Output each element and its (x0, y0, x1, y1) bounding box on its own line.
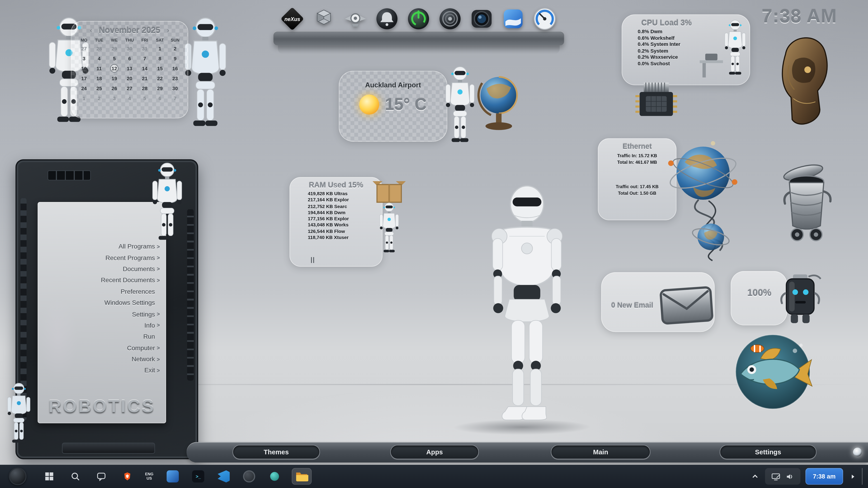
start-menu-item-recent-programs[interactable]: Recent Programs > (38, 252, 162, 263)
dock-icon-power[interactable] (406, 6, 431, 31)
app-terminal-button[interactable]: >_ (190, 468, 206, 485)
start-menu-item-info[interactable]: Info > (38, 320, 162, 331)
dock-icon-winged-emblem[interactable] (343, 6, 368, 31)
menu-item-label: Recent Programs (105, 254, 155, 261)
main-button[interactable]: Main (551, 445, 651, 459)
calendar-grid: 27 28 29 30 31 1 2 3 4 5 6 7 8 9 10 11 1… (76, 43, 183, 103)
menu-item-label: Computer (127, 345, 155, 351)
file-explorer-button[interactable] (292, 468, 312, 485)
panel-vents-decoration (48, 170, 91, 180)
themes-button[interactable]: Themes (232, 445, 320, 459)
taskbar-clock[interactable]: 7:38 am (805, 468, 843, 485)
calendar-day: 7 (137, 54, 152, 64)
language-region: US (147, 477, 152, 481)
dock-icon-widgets-stack[interactable] (312, 6, 336, 31)
dock-icon-gauge[interactable] (532, 6, 557, 31)
app-browser-button[interactable] (241, 468, 257, 485)
start-menu-item-all-programs[interactable]: All Programs > (38, 240, 162, 252)
chevron-right-icon: > (155, 345, 162, 351)
calendar-day: 19 (107, 74, 122, 84)
cpu-title: CPU Load 3% (622, 18, 750, 27)
calendar-widget: ‹ November 2025 › MO TUE WE THU FRI SAT … (71, 21, 188, 119)
robotics-brand-text: ROBOTICS (38, 396, 166, 417)
app-vscode-button[interactable] (215, 468, 232, 485)
email-envelope-icon[interactable] (656, 276, 717, 332)
system-tray[interactable] (765, 468, 800, 485)
calendar-day: 6 (152, 94, 167, 103)
hidden-icons-chevron[interactable] (750, 468, 760, 485)
ram-process: 212,752 KB Searc (308, 203, 383, 210)
start-menu-panel: All Programs > Recent Programs > Documen… (16, 159, 198, 459)
calendar-day: 5 (137, 94, 152, 103)
cast-display-icon (771, 472, 780, 481)
menu-item-label: Run (143, 333, 155, 340)
ethernet-widget: Ethernet Traffic In: 15.72 KB Total In: … (598, 138, 677, 220)
start-menu-item-preferences[interactable]: Preferences (38, 286, 162, 297)
calendar-day: 21 (137, 74, 152, 84)
calendar-day: 28 (137, 84, 152, 94)
dock-icon-speaker[interactable] (438, 6, 462, 31)
calendar-day: 18 (92, 74, 107, 84)
email-count-label: 0 New Email (611, 301, 653, 309)
dock-icon-windows[interactable] (501, 6, 525, 31)
start-menu-item-network[interactable]: Network > (38, 354, 162, 365)
calendar-day: 15 (152, 64, 167, 74)
start-button[interactable] (41, 468, 57, 485)
settings-button[interactable]: Settings (720, 445, 817, 459)
calendar-next-button[interactable]: › (167, 26, 169, 34)
start-menu-item-computer[interactable]: Computer > (38, 342, 162, 354)
calendar-title: November 2025 (99, 26, 160, 35)
language-switcher[interactable]: ENG US (145, 472, 153, 481)
chevron-right-icon: > (155, 266, 162, 272)
chevron-right-icon: > (155, 367, 162, 373)
menu-item-label: All Programs (119, 243, 155, 250)
panel-right-circuit-decoration (187, 209, 194, 381)
ethernet-title: Ethernet (598, 142, 677, 151)
top-dock: neXus (274, 5, 564, 56)
weather-temperature: 15° C (385, 95, 427, 114)
robot-floor-shadow (450, 419, 594, 435)
start-menu-item-run[interactable]: Run (38, 331, 162, 342)
cpu-process-list: 0.8% Dwm 0.6% Workshelf 0.4% System Inte… (622, 29, 750, 67)
menu-item-label: Settings (132, 311, 155, 317)
search-button[interactable] (67, 468, 84, 485)
ram-pause-control[interactable]: || (311, 256, 315, 263)
start-menu-item-exit[interactable]: Exit > (38, 365, 162, 376)
dock-icon-nexus[interactable]: neXus (280, 6, 305, 31)
dock-orb-button[interactable] (9, 467, 26, 485)
dock-icon-bell[interactable] (375, 6, 399, 31)
fish-badge-icon[interactable] (728, 331, 817, 414)
brave-browser-button[interactable] (119, 468, 135, 485)
start-menu-item-settings[interactable]: Settings > (38, 308, 162, 320)
calendar-day: 9 (167, 54, 183, 64)
app-teal-button[interactable] (266, 468, 283, 485)
weekday-label: WE (107, 38, 122, 43)
cpu-process: 0.2% System (638, 48, 750, 54)
weekday-label: FRI (137, 38, 152, 43)
show-desktop-button[interactable] (862, 468, 864, 485)
ethernet-total-out: Total Out: 1.50 GB (598, 190, 677, 197)
chat-button[interactable] (93, 468, 110, 485)
ethernet-total-in: Total In: 461.67 MB (598, 159, 677, 166)
start-menu-item-recent-documents[interactable]: Recent Documents > (38, 274, 162, 286)
weekday-label: TUE (92, 38, 107, 43)
start-menu-item-windows-settings[interactable]: Windows Settings (38, 297, 162, 308)
dock-icon-camera[interactable] (469, 6, 494, 31)
ethernet-traffic-in: Traffic In: 15.72 KB (598, 153, 677, 159)
calendar-day: 2 (92, 94, 107, 103)
calendar-day: 30 (167, 84, 183, 94)
notification-corner-chevron[interactable] (848, 468, 857, 485)
start-menu-item-documents[interactable]: Documents > (38, 263, 162, 274)
ram-process-list: 419,828 KB Ultras 217,164 KB Explor 212,… (289, 191, 382, 241)
calendar-prev-button[interactable]: ‹ (90, 26, 92, 34)
ram-process: 419,828 KB Ultras (308, 191, 383, 197)
recycle-bin-robot-icon[interactable] (771, 158, 843, 247)
apps-button[interactable]: Apps (391, 445, 479, 459)
calendar-day: 20 (122, 74, 137, 84)
menu-item-label: Recent Documents (101, 277, 155, 283)
calendar-day: 1 (76, 94, 92, 103)
central-robot-art (466, 180, 588, 436)
ram-widget: RAM Used 15% 419,828 KB Ultras 217,164 K… (289, 177, 382, 267)
app-photos-button[interactable] (164, 468, 181, 485)
calendar-day: 22 (152, 74, 167, 84)
